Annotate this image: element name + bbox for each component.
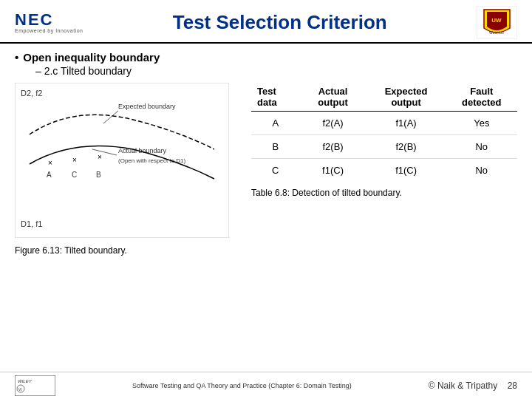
table-cell-1-0: B [251, 135, 300, 159]
bullet-sub: – 2.c Tilted boundary [35, 65, 517, 77]
table-row: Bf2(B)f2(B)No [251, 135, 517, 159]
detection-table: Test data Actual output Expected output … [251, 83, 517, 182]
page-number: 28 [508, 381, 517, 391]
header: NEC Empowered by Innovation Test Selecti… [0, 0, 532, 44]
svg-text:×: × [72, 156, 77, 164]
nec-tagline: Empowered by Innovation [15, 28, 83, 33]
page-title: Test Selection Criterion [83, 11, 477, 34]
table-caption: Table 6.8: Detection of tilted boundary. [251, 188, 517, 198]
wiley-logo-svg: WILEY W [15, 375, 55, 396]
svg-text:(Open with respect to D1): (Open with respect to D1) [118, 157, 185, 164]
figure-diagram: D2, f2 Expected boundary Actual boundary… [15, 83, 229, 238]
col-header-actual: Actual output [300, 83, 366, 112]
svg-text:D2, f2: D2, f2 [21, 89, 42, 98]
table-row: Af2(A)f1(A)Yes [251, 112, 517, 135]
col-header-fault: Fault detected [446, 83, 517, 112]
figure-caption: Figure 6.13: Tilted boundary. [15, 245, 236, 256]
col-header-testdata: Test data [251, 83, 300, 112]
bullet-main-text: Open inequality boundary [23, 51, 160, 64]
svg-text:×: × [48, 159, 52, 167]
svg-text:D1, f1: D1, f1 [21, 219, 42, 228]
table-cell-1-1: f2(B) [300, 135, 366, 159]
table-cell-0-0: A [251, 112, 300, 135]
bullet-main: • Open inequality boundary [15, 51, 517, 64]
table-cell-0-3: Yes [446, 112, 517, 135]
table-cell-1-3: No [446, 135, 517, 159]
table-cell-2-0: C [251, 159, 300, 183]
nec-logo: NEC Empowered by Innovation [15, 12, 83, 33]
svg-text:W: W [18, 387, 22, 392]
nec-brand: NEC [15, 12, 53, 28]
main-layout: D2, f2 Expected boundary Actual boundary… [15, 83, 517, 256]
table-cell-2-1: f1(C) [300, 159, 366, 183]
table-cell-0-1: f2(A) [300, 112, 366, 135]
table-row: Cf1(C)f1(C)No [251, 159, 517, 183]
footer: WILEY W Software Testing and QA Theory a… [0, 372, 532, 399]
table-header-row: Test data Actual output Expected output … [251, 83, 517, 112]
footer-course-text: Software Testing and QA Theory and Pract… [55, 382, 429, 389]
table-cell-2-2: f1(C) [366, 159, 446, 183]
svg-text:×: × [98, 153, 102, 161]
bullet-dot: • [15, 51, 18, 64]
svg-text:Expected boundary: Expected boundary [118, 103, 176, 110]
table-cell-0-2: f1(A) [366, 112, 446, 135]
svg-text:UW: UW [491, 17, 502, 24]
col-header-expected: Expected output [366, 83, 446, 112]
table-cell-1-2: f2(B) [366, 135, 446, 159]
svg-text:A: A [47, 171, 52, 179]
content-area: • Open inequality boundary – 2.c Tilted … [0, 44, 532, 263]
svg-text:WILEY: WILEY [18, 379, 33, 383]
svg-text:C: C [72, 171, 77, 179]
svg-text:Waterloo: Waterloo [489, 30, 504, 35]
table-area: Test data Actual output Expected output … [251, 83, 517, 198]
figure-area: D2, f2 Expected boundary Actual boundary… [15, 83, 236, 256]
table-cell-2-3: No [446, 159, 517, 183]
waterloo-logo: UW Waterloo [477, 6, 517, 39]
svg-text:B: B [96, 171, 101, 179]
wiley-logo: WILEY W [15, 375, 55, 396]
footer-copyright: © Naik & Tripathy 28 [429, 381, 517, 391]
bullet-section: • Open inequality boundary – 2.c Tilted … [15, 51, 517, 77]
